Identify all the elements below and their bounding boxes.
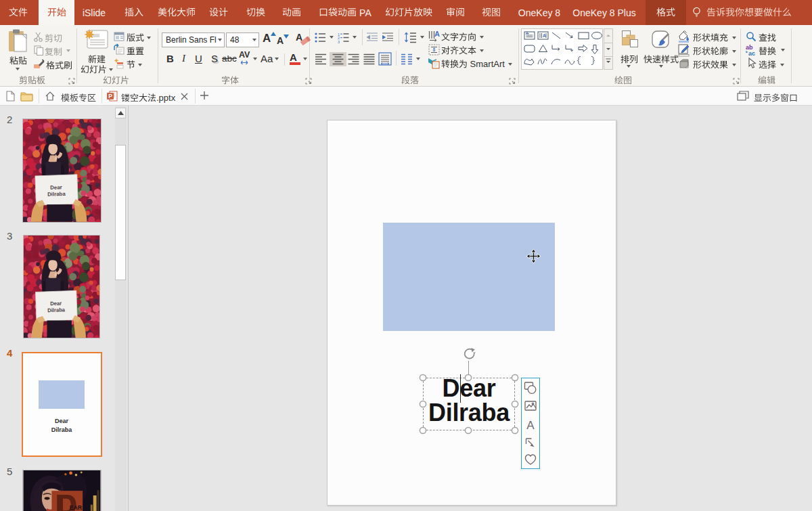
svg-text:P: P (108, 93, 112, 99)
svg-text:3: 3 (338, 40, 340, 44)
svg-text:A: A (434, 30, 440, 38)
svg-text:A: A (543, 33, 546, 38)
svg-text:ac: ac (748, 50, 755, 57)
svg-text:A: A (526, 31, 528, 35)
svg-text:A: A (526, 419, 535, 432)
